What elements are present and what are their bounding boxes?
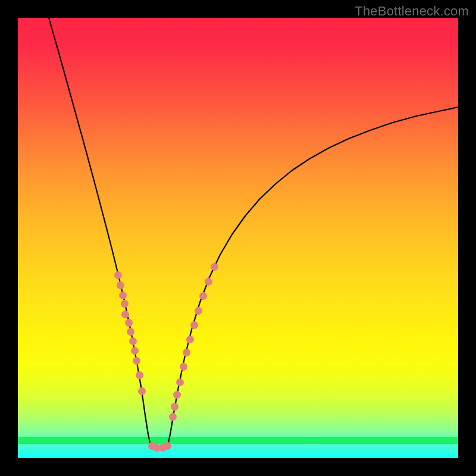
curve-layer (18, 18, 458, 458)
curve-left (49, 18, 151, 445)
data-dot (129, 337, 137, 345)
data-dot (131, 347, 139, 355)
data-dot (114, 271, 122, 279)
data-dot (117, 281, 124, 289)
data-dot (211, 263, 218, 271)
data-dot (127, 328, 134, 336)
data-dot (136, 371, 143, 379)
data-dot (138, 387, 146, 395)
data-dot (121, 311, 129, 318)
data-dot (169, 413, 177, 421)
data-dot (176, 378, 184, 386)
watermark-text: TheBottleneck.com (355, 4, 469, 19)
data-dot (164, 442, 171, 450)
data-dot (121, 300, 129, 308)
data-dot (190, 321, 198, 329)
chart-stage: TheBottleneck.com (0, 0, 476, 476)
curve-right (168, 107, 458, 445)
data-dot (173, 391, 181, 399)
data-dot (195, 307, 202, 315)
data-dot (119, 292, 127, 299)
data-dot (171, 403, 178, 411)
data-dot (186, 336, 194, 343)
data-dot (205, 278, 212, 286)
data-dot (183, 349, 190, 356)
data-dot (180, 363, 187, 371)
data-dot (133, 357, 140, 365)
data-dot (125, 319, 133, 327)
data-dot (199, 292, 207, 300)
plot-area (18, 18, 458, 458)
